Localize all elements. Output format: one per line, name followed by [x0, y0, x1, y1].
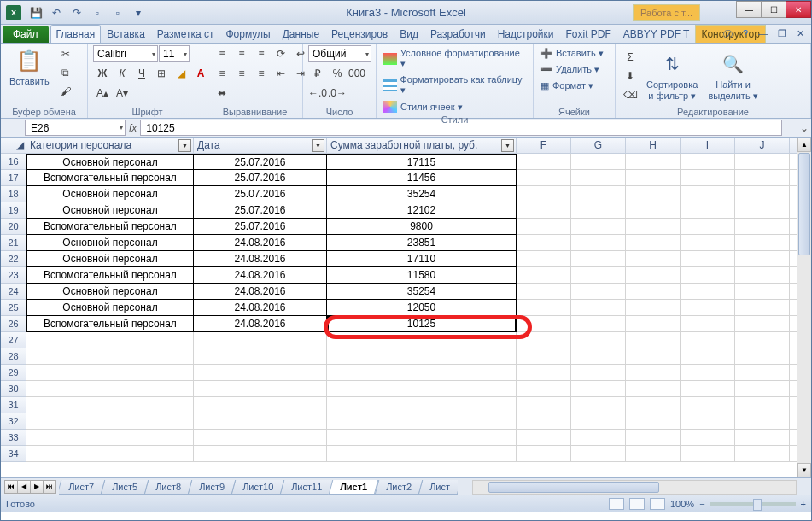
scroll-up-icon[interactable]: ▲ [797, 138, 811, 152]
row-header[interactable]: 30 [1, 381, 26, 397]
sort-filter-button[interactable]: ⇅ Сортировка и фильтр ▾ [643, 49, 701, 102]
sheet-tab[interactable]: Лист11 [280, 480, 334, 495]
border-button[interactable]: ⊞ [152, 65, 171, 82]
cell[interactable] [571, 170, 626, 186]
row-header[interactable]: 17 [1, 170, 26, 186]
cell[interactable] [327, 413, 517, 430]
format-painter-icon[interactable]: 🖌 [56, 83, 75, 100]
ribbon-minimize-icon[interactable]: ⓥ [720, 26, 736, 43]
cell[interactable] [681, 332, 735, 348]
cell[interactable]: 25.07.2016 [194, 154, 327, 170]
active-cell[interactable]: 10125 [327, 316, 517, 332]
cell[interactable] [517, 219, 571, 235]
align-top-button[interactable]: ≡ [213, 45, 231, 62]
cell[interactable] [626, 170, 681, 186]
cell[interactable]: 25.07.2016 [194, 219, 327, 235]
undo-icon[interactable]: ↶ [47, 4, 66, 21]
scroll-down-icon[interactable]: ▼ [797, 463, 811, 477]
cell[interactable] [735, 267, 790, 284]
cell[interactable] [571, 235, 626, 251]
row-header[interactable]: 32 [1, 413, 26, 430]
cell[interactable] [735, 316, 790, 332]
cell[interactable] [327, 446, 517, 462]
bold-button[interactable]: Ж [93, 65, 112, 82]
cell[interactable]: 9800 [327, 219, 517, 235]
cell[interactable] [681, 219, 735, 235]
row-header[interactable]: 21 [1, 235, 26, 251]
cell[interactable] [571, 397, 626, 413]
cell[interactable] [571, 413, 626, 430]
sheet-nav-next-icon[interactable]: ▶ [30, 480, 44, 494]
delete-cells-button[interactable]: ➖Удалить ▾ [539, 63, 601, 76]
cell[interactable] [626, 300, 681, 316]
merge-button[interactable]: ⬌ [213, 85, 231, 102]
row-header[interactable]: 16 [1, 154, 26, 170]
column-header[interactable]: F [517, 138, 571, 154]
qat-btn[interactable]: ▫ [108, 4, 127, 21]
align-center-button[interactable]: ≡ [232, 65, 251, 82]
copy-icon[interactable]: ⧉ [56, 64, 75, 81]
tab-foxit[interactable]: Foxit PDF [560, 25, 617, 43]
cell[interactable] [571, 284, 626, 300]
row-header[interactable]: 23 [1, 267, 26, 284]
cell[interactable]: Основной персонал [26, 300, 194, 316]
autosum-button[interactable]: Σ [621, 49, 640, 66]
cell[interactable] [735, 446, 790, 462]
currency-button[interactable]: ₽ [308, 65, 327, 82]
cell[interactable] [327, 430, 517, 446]
cell[interactable] [626, 186, 681, 202]
horizontal-scrollbar[interactable] [472, 480, 797, 495]
row-header[interactable]: 26 [1, 316, 26, 332]
cell[interactable] [517, 430, 571, 446]
cell[interactable] [735, 430, 790, 446]
cell[interactable]: Основной персонал [26, 202, 194, 219]
find-select-button[interactable]: 🔍 Найти и выделить ▾ [704, 49, 761, 102]
cell[interactable]: 25.07.2016 [194, 202, 327, 219]
cell[interactable] [571, 365, 626, 381]
cell[interactable]: 25.07.2016 [194, 186, 327, 202]
cell[interactable] [735, 219, 790, 235]
cell[interactable] [517, 284, 571, 300]
sheet-tab[interactable]: Лист [418, 480, 458, 495]
cell[interactable] [681, 348, 735, 365]
sheet-nav-prev-icon[interactable]: ◀ [17, 480, 31, 494]
cell[interactable] [626, 446, 681, 462]
cell[interactable] [735, 413, 790, 430]
zoom-level[interactable]: 100% [670, 499, 694, 509]
cell[interactable]: 24.08.2016 [194, 316, 327, 332]
column-header[interactable]: Сумма заработной платы, руб.▼ [327, 138, 517, 154]
wb-restore-button[interactable]: ❐ [774, 26, 790, 43]
cell[interactable] [571, 267, 626, 284]
select-all-corner[interactable]: ◢ [1, 138, 26, 154]
row-header[interactable]: 19 [1, 202, 26, 219]
scroll-thumb[interactable] [798, 153, 810, 255]
cell[interactable] [681, 413, 735, 430]
cell[interactable]: 35254 [327, 186, 517, 202]
cell[interactable] [626, 430, 681, 446]
column-header[interactable]: I [681, 138, 735, 154]
cell[interactable]: 12050 [327, 300, 517, 316]
decrease-decimal-button[interactable]: .0→ [328, 85, 347, 102]
cell[interactable] [327, 381, 517, 397]
cell[interactable]: 23851 [327, 235, 517, 251]
cell[interactable] [517, 202, 571, 219]
cell[interactable] [517, 154, 571, 170]
tab-home[interactable]: Главная [50, 25, 102, 43]
cell[interactable] [571, 219, 626, 235]
row-header[interactable]: 22 [1, 251, 26, 267]
cell[interactable] [681, 202, 735, 219]
qat-btn[interactable]: ▫ [88, 4, 107, 21]
align-bottom-button[interactable]: ≡ [252, 45, 271, 62]
row-header[interactable]: 27 [1, 332, 26, 348]
cell[interactable] [517, 446, 571, 462]
cell[interactable] [735, 381, 790, 397]
cell-styles-button[interactable]: Стили ячеек ▾ [382, 100, 464, 114]
align-middle-button[interactable]: ≡ [232, 45, 251, 62]
row-header[interactable]: 29 [1, 365, 26, 381]
cell[interactable]: Основной персонал [26, 284, 194, 300]
cell[interactable] [626, 348, 681, 365]
cell[interactable] [681, 381, 735, 397]
cell[interactable]: 17110 [327, 251, 517, 267]
row-header[interactable]: 28 [1, 348, 26, 365]
cell[interactable] [26, 413, 194, 430]
